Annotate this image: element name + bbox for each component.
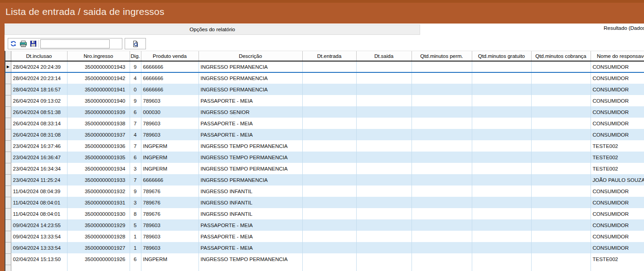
cell[interactable]: 9	[130, 61, 141, 72]
cell[interactable]	[356, 140, 412, 152]
cell[interactable]	[412, 140, 472, 152]
cell[interactable]	[302, 163, 356, 174]
cell[interactable]: 35000000001942	[67, 72, 130, 84]
cell[interactable]	[531, 61, 591, 72]
cell[interactable]	[531, 163, 591, 174]
cell[interactable]	[302, 140, 356, 152]
row-indicator[interactable]	[5, 185, 11, 197]
cell[interactable]: 23/04/2024 16:37:46	[11, 140, 67, 152]
cell[interactable]: 35000000001939	[67, 106, 130, 118]
cell[interactable]: CONSUMIDOR	[591, 61, 644, 72]
cell[interactable]	[472, 106, 531, 118]
cell[interactable]: 4	[130, 72, 141, 84]
cell[interactable]	[412, 219, 472, 231]
cell[interactable]: INGRESSO PERMANENCIA	[199, 174, 302, 185]
cell[interactable]	[302, 106, 356, 118]
column-header-nro-ingresso[interactable]: Nro.ingresso	[67, 51, 130, 61]
cell[interactable]	[356, 185, 412, 197]
cell[interactable]: CONSUMIDOR	[591, 231, 644, 242]
print-button[interactable]	[18, 39, 28, 48]
cell[interactable]	[472, 253, 531, 265]
cell[interactable]	[302, 61, 356, 72]
row-indicator[interactable]	[5, 72, 11, 84]
column-header-descri-o[interactable]: Descrição	[199, 51, 302, 61]
cell[interactable]: 789603	[141, 242, 199, 253]
table-row[interactable]: 09/04/2024 13:33:54350000000019271789603…	[5, 242, 644, 253]
cell[interactable]: INGRESSO INFANTIL	[199, 197, 302, 208]
cell[interactable]	[412, 231, 472, 242]
cell[interactable]: 35000000001929	[67, 219, 130, 231]
cell[interactable]: 6	[130, 253, 141, 265]
cell[interactable]: 02/04/2024 15:13:50	[11, 253, 67, 265]
cell[interactable]: TESTE002	[591, 152, 644, 163]
cell[interactable]	[412, 106, 472, 118]
cell[interactable]	[356, 163, 412, 174]
cell[interactable]: 789603	[141, 219, 199, 231]
cell[interactable]	[302, 185, 356, 197]
cell[interactable]: INGRESSO PERMANENCIA	[199, 61, 302, 72]
cell[interactable]: INGRESSO PERMANENCIA	[199, 84, 302, 95]
cell[interactable]	[302, 95, 356, 106]
cell[interactable]	[302, 118, 356, 129]
cell[interactable]	[412, 129, 472, 140]
cell[interactable]	[472, 231, 531, 242]
cell[interactable]	[356, 129, 412, 140]
cell[interactable]: INGRESSO PERMANENCIA	[199, 72, 302, 84]
cell[interactable]: 9	[130, 95, 141, 106]
cell[interactable]: 23/04/2024 16:36:47	[11, 152, 67, 163]
column-header-dt-inclusao[interactable]: Dt.inclusao	[11, 51, 67, 61]
cell[interactable]: CONSUMIDOR	[591, 242, 644, 253]
cell[interactable]: 26/04/2024 08:31:08	[11, 129, 67, 140]
cell[interactable]: 26/04/2024 08:51:38	[11, 106, 67, 118]
cell[interactable]	[472, 118, 531, 129]
cell[interactable]	[302, 219, 356, 231]
cell[interactable]: 789676	[141, 208, 199, 219]
cell[interactable]	[302, 84, 356, 95]
tab-result[interactable]: Resultado (Dados)	[421, 24, 644, 35]
cell[interactable]	[356, 208, 412, 219]
column-header-produto-venda[interactable]: Produto venda	[141, 51, 199, 61]
cell[interactable]: 35000000001935	[67, 152, 130, 163]
row-indicator[interactable]: ▶	[5, 61, 11, 72]
cell[interactable]: 35000000001940	[67, 95, 130, 106]
cell[interactable]	[302, 152, 356, 163]
cell[interactable]	[472, 61, 531, 72]
cell[interactable]	[412, 118, 472, 129]
cell[interactable]	[531, 72, 591, 84]
cell[interactable]	[531, 118, 591, 129]
cell[interactable]	[302, 242, 356, 253]
row-indicator[interactable]	[5, 242, 11, 253]
cell[interactable]: 3	[130, 197, 141, 208]
refresh-button[interactable]	[8, 39, 18, 48]
cell[interactable]	[356, 197, 412, 208]
cell[interactable]	[356, 242, 412, 253]
cell[interactable]	[356, 61, 412, 72]
cell[interactable]	[531, 84, 591, 95]
table-row[interactable]: ▶28/04/2024 20:24:3935000000001943966666…	[5, 61, 644, 72]
cell[interactable]	[531, 242, 591, 253]
cell[interactable]	[412, 95, 472, 106]
cell[interactable]	[531, 231, 591, 242]
cell[interactable]: 28/04/2024 20:24:39	[11, 61, 67, 72]
row-indicator[interactable]	[5, 163, 11, 174]
cell[interactable]	[472, 84, 531, 95]
cell[interactable]: 7	[130, 140, 141, 152]
cell[interactable]: CONSUMIDOR	[591, 208, 644, 219]
table-row[interactable]: 26/04/2024 08:33:14350000000019387789603…	[5, 118, 644, 129]
cell[interactable]: 7	[130, 118, 141, 129]
cell[interactable]: 35000000001928	[67, 231, 130, 242]
cell[interactable]: INGRESSO INFANTIL	[199, 185, 302, 197]
cell[interactable]: 789676	[141, 197, 199, 208]
cell[interactable]: CONSUMIDOR	[591, 72, 644, 84]
cell[interactable]	[472, 129, 531, 140]
cell[interactable]: 6	[130, 152, 141, 163]
cell[interactable]	[302, 253, 356, 265]
cell[interactable]	[531, 106, 591, 118]
cell[interactable]: PASSAPORTE - MEIA	[199, 242, 302, 253]
cell[interactable]: 35000000001927	[67, 242, 130, 253]
cell[interactable]	[472, 95, 531, 106]
table-row[interactable]: 11/04/2024 08:04:01350000000019308789676…	[5, 208, 644, 219]
table-row[interactable]: 23/04/2024 16:34:34350000000019343INGPER…	[5, 163, 644, 174]
table-row[interactable]: 26/04/2024 08:51:38350000000019396000030…	[5, 106, 644, 118]
cell[interactable]	[472, 208, 531, 219]
